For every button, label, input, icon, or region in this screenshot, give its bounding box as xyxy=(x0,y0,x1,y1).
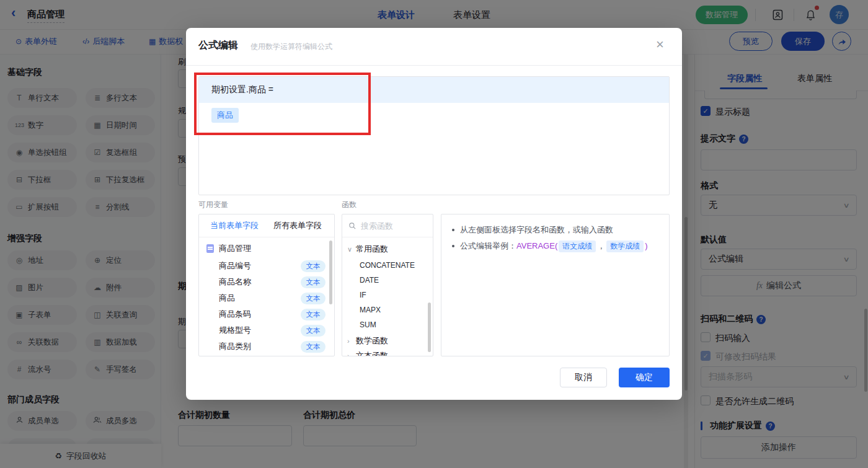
formula-target: 期初设置.商品 = xyxy=(199,77,669,103)
chevron-right-icon: › xyxy=(347,337,356,345)
tree-root-row[interactable]: 商品管理 xyxy=(199,241,334,257)
function-item[interactable]: SUM xyxy=(342,317,433,332)
divider xyxy=(186,65,682,66)
function-search-input[interactable] xyxy=(361,221,423,231)
type-badge: 文本 xyxy=(301,325,326,337)
function-item[interactable]: IF xyxy=(342,288,433,302)
tree-field-row[interactable]: 商品条码文本 xyxy=(199,306,334,322)
tree-field-row[interactable]: 规格型号文本 xyxy=(199,322,334,338)
tab-all-fields[interactable]: 所有表单字段 xyxy=(273,220,322,231)
funcs-section-label: 函数 xyxy=(342,200,356,210)
vars-section-label: 可用变量 xyxy=(198,200,228,210)
tree-field-row[interactable]: 商品类别文本 xyxy=(199,338,334,355)
func-group-text[interactable]: ›文本函数 xyxy=(342,348,433,356)
variables-tabs: 当前表单字段 所有表单字段 xyxy=(199,214,334,237)
vars-scrollbar-thumb[interactable] xyxy=(329,241,332,304)
tree-field-row[interactable]: 商品文本 xyxy=(199,290,334,306)
functions-panel: ∨常用函数 CONCATENATE DATE IF MAPX SUM ›数学函数… xyxy=(342,214,433,356)
function-item[interactable]: MAPX xyxy=(342,302,433,317)
function-item[interactable]: CONCATENATE xyxy=(342,258,433,273)
variables-panel: 当前表单字段 所有表单字段 商品管理 商品编号文本 商品名称文本 商品文本 商品… xyxy=(198,214,335,356)
func-group-math[interactable]: ›数学函数 xyxy=(342,333,433,348)
function-item[interactable]: DATE xyxy=(342,273,433,288)
bullet-dot xyxy=(452,229,454,231)
search-icon xyxy=(348,222,356,230)
example-chip: 语文成绩 xyxy=(559,241,596,252)
confirm-button[interactable]: 确定 xyxy=(619,368,670,387)
bullet-dot xyxy=(452,245,454,247)
example-chip: 数学成绩 xyxy=(606,241,644,252)
close-icon[interactable]: × xyxy=(656,38,664,51)
modal-subtitle: 使用数学运算符编辑公式 xyxy=(250,42,332,52)
modal-title: 公式编辑 xyxy=(198,39,238,52)
formula-editor[interactable]: 期初设置.商品 = 商品 xyxy=(198,76,670,195)
type-badge: 文本 xyxy=(301,341,326,353)
tree-field-row[interactable]: 商品名称文本 xyxy=(199,274,334,290)
tip-item: 从左侧面板选择字段名和函数，或输入函数 xyxy=(452,224,660,236)
type-badge: 文本 xyxy=(301,309,326,320)
formula-field-chip[interactable]: 商品 xyxy=(211,108,239,123)
chevron-right-icon: › xyxy=(347,352,356,356)
tree-field-row[interactable]: 商品编号文本 xyxy=(199,258,334,274)
function-search xyxy=(342,214,433,237)
tips-panel: 从左侧面板选择字段名和函数，或输入函数 公式编辑举例：AVERAGE(语文成绩，… xyxy=(441,214,670,356)
app-root: ‹ 商品管理 表单设计 表单设置 数据管理 存 ⊙ 表单外链 ‹/› 后端脚本 … xyxy=(0,0,868,468)
formula-edit-modal: 公式编辑 使用数学运算符编辑公式 × 期初设置.商品 = 商品 可用变量 当前表… xyxy=(186,28,682,400)
type-badge: 文本 xyxy=(301,260,326,272)
tab-current-fields[interactable]: 当前表单字段 xyxy=(210,220,259,231)
funcs-scrollbar-thumb[interactable] xyxy=(428,302,431,352)
func-group-common[interactable]: ∨常用函数 xyxy=(342,242,433,257)
cancel-button[interactable]: 取消 xyxy=(560,368,607,387)
form-doc-icon xyxy=(206,244,214,253)
type-badge: 文本 xyxy=(301,276,326,288)
chevron-down-icon: ∨ xyxy=(347,245,356,254)
tip-item: 公式编辑举例：AVERAGE(语文成绩，数学成绩) xyxy=(452,241,663,252)
type-badge: 文本 xyxy=(301,293,326,304)
